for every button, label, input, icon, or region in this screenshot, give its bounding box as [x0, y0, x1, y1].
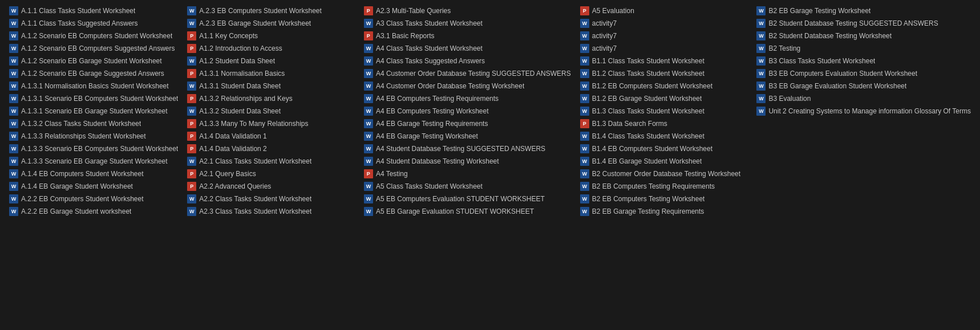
list-item[interactable]: WA4 Class Tasks Suggested Answers: [362, 55, 573, 67]
list-item[interactable]: WA.1.2 Scenario EB Computers Student Wor…: [7, 30, 180, 42]
list-item[interactable]: WA2.2 Class Tasks Student Worksheet: [185, 193, 357, 205]
word-icon: W: [364, 132, 373, 141]
list-item[interactable]: WA.2.3 EB Garage Student Worksheet: [185, 17, 357, 30]
list-item[interactable]: PA1.2 Introduction to Access: [185, 42, 357, 55]
list-item[interactable]: WB3 EB Garage Evaluation Student Workshe…: [754, 80, 973, 92]
list-item[interactable]: WA.1.2 Scenario EB Garage Suggested Answ…: [7, 67, 180, 80]
list-item[interactable]: WB2 EB Computers Testing Worksheet: [578, 193, 750, 205]
ppt-icon: P: [187, 44, 196, 53]
list-item[interactable]: WA.1.2 Scenario EB Computers Suggested A…: [7, 42, 180, 55]
list-item[interactable]: WA4 Student Database Testing SUGGESTED A…: [362, 142, 573, 155]
list-item[interactable]: WA4 EB Garage Testing Requirements: [362, 117, 573, 130]
list-item[interactable]: WA.1.3.2 Class Tasks Student Worksheet: [7, 117, 180, 130]
file-name: A.1.2 Scenario EB Computers Suggested An…: [21, 44, 175, 52]
list-item[interactable]: Wactivity7: [578, 42, 750, 55]
file-name: B3 Evaluation: [768, 95, 811, 103]
word-icon: W: [756, 19, 766, 28]
list-item[interactable]: PA1.4 Data Validation 2: [185, 142, 357, 155]
list-item[interactable]: WA1.2 Student Data Sheet: [185, 55, 357, 67]
word-icon: W: [9, 44, 18, 53]
list-item[interactable]: PA4 Testing: [362, 168, 573, 180]
list-item[interactable]: WA.1.1 Class Tasks Student Worksheet: [7, 5, 180, 17]
list-item[interactable]: WA.2.2 EB Computers Student Worksheet: [7, 193, 180, 205]
list-item[interactable]: WB2 Student Database Testing Worksheet: [754, 30, 973, 42]
list-item[interactable]: WB3 Class Tasks Student Worksheet: [754, 55, 973, 67]
list-item[interactable]: WB1.2 EB Computers Student Worksheet: [578, 80, 750, 92]
list-item[interactable]: WB3 Evaluation: [754, 92, 973, 105]
list-item[interactable]: WB3 EB Computers Evaluation Student Work…: [754, 67, 973, 80]
list-item[interactable]: WA4 EB Computers Testing Requirements: [362, 92, 573, 105]
list-item[interactable]: WB2 Customer Order Database Testing Work…: [578, 168, 750, 180]
list-item[interactable]: PA2.2 Advanced Queries: [185, 180, 357, 193]
list-item[interactable]: PA1.4 Data Validation 1: [185, 130, 357, 142]
list-item[interactable]: WA.1.2 Scenario EB Garage Student Worksh…: [7, 55, 180, 67]
list-item[interactable]: WB2 EB Garage Testing Worksheet: [754, 5, 973, 17]
file-name: B1.2 Class Tasks Student Worksheet: [592, 70, 704, 78]
list-item[interactable]: WA4 EB Garage Testing Worksheet: [362, 130, 573, 142]
list-item[interactable]: WA5 EB Garage Evaluation STUDENT WORKSHE…: [362, 205, 573, 218]
word-icon: W: [580, 182, 589, 191]
list-item[interactable]: WA.1.3.1 Normalisation Basics Student Wo…: [7, 80, 180, 92]
list-item[interactable]: WA3 Class Tasks Student Worksheet: [362, 17, 573, 30]
list-item[interactable]: PA2.3 Multi-Table Queries: [362, 5, 573, 17]
list-item[interactable]: WUnit 2 Creating Systems to Manage infor…: [754, 105, 973, 117]
list-item[interactable]: WB1.1 Class Tasks Student Worksheet: [578, 55, 750, 67]
list-item[interactable]: PA1.1 Key Concepts: [185, 30, 357, 42]
word-icon: W: [187, 56, 196, 66]
list-item[interactable]: WA4 Customer Order Database Testing SUGG…: [362, 67, 573, 80]
list-item[interactable]: Wactivity7: [578, 17, 750, 30]
list-item[interactable]: WA.2.2 EB Garage Student worksheet: [7, 205, 180, 218]
list-item[interactable]: WB1.4 EB Garage Student Worksheet: [578, 155, 750, 168]
list-item[interactable]: WA4 Class Tasks Student Worksheet: [362, 42, 573, 55]
list-item[interactable]: WA2.3 Class Tasks Student Worksheet: [185, 205, 357, 218]
list-item[interactable]: WB1.4 Class Tasks Student Worksheet: [578, 130, 750, 142]
list-item[interactable]: WA.1.3.3 Relationships Student Worksheet: [7, 130, 180, 142]
ppt-icon: P: [187, 69, 196, 78]
list-item[interactable]: WA.1.3.3 Scenario EB Computers Student W…: [7, 142, 180, 155]
list-item[interactable]: PA1.3.1 Normalisation Basics: [185, 67, 357, 80]
list-item[interactable]: WA.1.4 EB Computers Student Worksheet: [7, 168, 180, 180]
list-item[interactable]: WB1.3 Class Tasks Student Worksheet: [578, 105, 750, 117]
list-item[interactable]: WB2 Student Database Testing SUGGESTED A…: [754, 17, 973, 30]
list-item[interactable]: WA.1.4 EB Garage Student Worksheet: [7, 180, 180, 193]
file-name: A.1.3.3 Relationships Student Worksheet: [21, 132, 146, 140]
list-item[interactable]: PA5 Evaluation: [578, 5, 750, 17]
list-item[interactable]: WA1.3.1 Student Data Sheet: [185, 80, 357, 92]
list-item[interactable]: WB2 Testing: [754, 42, 973, 55]
list-item[interactable]: WA.2.3 EB Computers Student Worksheet: [185, 5, 357, 17]
list-item[interactable]: WA.1.3.3 Scenario EB Garage Student Work…: [7, 155, 180, 168]
ppt-icon: P: [364, 169, 373, 178]
list-item[interactable]: WA5 EB Computers Evaluation STUDENT WORK…: [362, 193, 573, 205]
list-item[interactable]: WA4 EB Computers Testing Worksheet: [362, 105, 573, 117]
word-icon: W: [364, 107, 373, 116]
list-item[interactable]: PA2.1 Query Basics: [185, 168, 357, 180]
file-name: A1.3.1 Normalisation Basics: [199, 70, 285, 78]
file-name: B2 EB Computers Testing Worksheet: [592, 195, 705, 203]
list-item[interactable]: Wactivity7: [578, 30, 750, 42]
list-item[interactable]: WB1.4 EB Computers Student Worksheet: [578, 142, 750, 155]
list-item[interactable]: WA2.1 Class Tasks Student Worksheet: [185, 155, 357, 168]
list-item[interactable]: WB1.2 Class Tasks Student Worksheet: [578, 67, 750, 80]
word-icon: W: [364, 82, 373, 91]
word-icon: W: [364, 69, 373, 78]
list-item[interactable]: WA.1.3.1 Scenario EB Garage Student Work…: [7, 105, 180, 117]
list-item[interactable]: WB1.2 EB Garage Student Worksheet: [578, 92, 750, 105]
list-item[interactable]: WA.1.3.1 Scenario EB Computers Student W…: [7, 92, 180, 105]
ppt-icon: P: [364, 31, 373, 40]
list-item[interactable]: PA1.3.2 Relationships and Keys: [185, 92, 357, 105]
ppt-icon: P: [187, 132, 196, 141]
list-item[interactable]: PA3.1 Basic Reports: [362, 30, 573, 42]
list-item[interactable]: WA.1.1 Class Tasks Suggested Answers: [7, 17, 180, 30]
list-item[interactable]: WA4 Customer Order Database Testing Work…: [362, 80, 573, 92]
list-item[interactable]: WB2 EB Garage Testing Requirements: [578, 205, 750, 218]
list-item[interactable]: WA1.3.2 Student Data Sheet: [185, 105, 357, 117]
list-item[interactable]: PB1.3 Data Search Forms: [578, 117, 750, 130]
list-item[interactable]: WA4 Student Database Testing Worksheet: [362, 155, 573, 168]
word-icon: W: [364, 194, 373, 203]
list-item[interactable]: WA5 Class Tasks Student Worksheet: [362, 180, 573, 193]
ppt-icon: P: [187, 119, 196, 128]
file-name: A2.2 Advanced Queries: [199, 182, 271, 190]
list-item[interactable]: PA1.3.3 Many To Many Relationships: [185, 117, 357, 130]
list-item[interactable]: WB2 EB Computers Testing Requirements: [578, 180, 750, 193]
word-icon: W: [580, 69, 589, 78]
